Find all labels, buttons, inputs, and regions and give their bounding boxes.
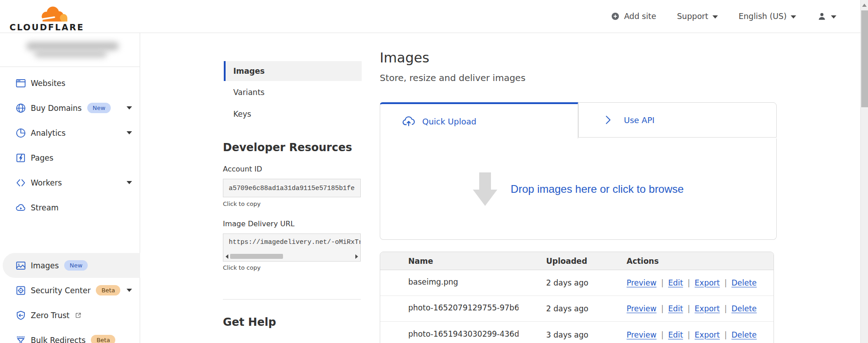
sidebar-item-workers[interactable]: Workers [0, 170, 140, 195]
divider [223, 299, 361, 300]
uploaded-time: 2 days ago [546, 304, 627, 313]
image-name: photo-1651943030299-436dac28 [408, 329, 519, 338]
delete-link[interactable]: Delete [731, 304, 757, 313]
sidebar-item-stream[interactable]: Stream [0, 195, 140, 220]
row-actions: Preview|Edit|Export|Delete [627, 278, 774, 287]
column-header-actions: Actions [627, 257, 774, 266]
lightning-page-icon [15, 152, 27, 164]
chevron-down-icon [127, 131, 132, 134]
row-actions: Preview|Edit|Export|Delete [627, 304, 774, 313]
export-link[interactable]: Export [695, 304, 720, 313]
plus-circle-icon [611, 12, 620, 21]
export-link[interactable]: Export [695, 330, 720, 339]
chevron-down-icon [127, 181, 132, 184]
sidebar-item-security-center[interactable]: Security Center Beta [0, 278, 140, 303]
globe-icon [15, 102, 27, 114]
image-icon [15, 260, 27, 272]
sidebar-item-websites[interactable]: Websites [0, 71, 140, 95]
edit-link[interactable]: Edit [668, 278, 683, 287]
scroll-left-arrow-icon[interactable] [226, 254, 228, 259]
image-name: photo-1652079129755-97b606e1 [408, 303, 519, 312]
sidebar-item-images[interactable]: Images New [3, 253, 140, 278]
account-id-copy-hint[interactable]: Click to copy [223, 200, 260, 207]
cloudflare-logo[interactable]: CLOUDFLARE [9, 3, 73, 32]
sidebar-item-pages[interactable]: Pages [0, 145, 140, 170]
table-row: baseimg.png 2 days ago Preview|Edit|Expo… [380, 270, 774, 296]
uploaded-time: 2 days ago [546, 278, 627, 287]
scroll-up-arrow-icon[interactable] [862, 4, 867, 7]
table-row: photo-1652079129755-97b606e1 2 days ago … [380, 296, 774, 322]
account-name-blurred[interactable] [0, 33, 140, 67]
sidebar-item-zero-trust[interactable]: Zero Trust [0, 303, 140, 328]
blurred-text [34, 50, 107, 57]
blurred-text [26, 42, 119, 50]
new-badge: New [64, 260, 88, 271]
horizontal-scrollbar[interactable] [223, 253, 360, 260]
external-link-icon [75, 312, 82, 319]
chevron-right-icon [602, 114, 614, 126]
export-link[interactable]: Export [695, 278, 720, 287]
account-id-value: a5709e6c88ad1a31da9115e57185b1fe [229, 185, 354, 192]
preview-link[interactable]: Preview [627, 304, 656, 313]
add-site-button[interactable]: Add site [611, 12, 656, 21]
support-menu[interactable]: Support [677, 12, 717, 21]
uploaded-time: 3 days ago [546, 330, 627, 339]
preview-link[interactable]: Preview [627, 278, 656, 287]
scroll-right-arrow-icon[interactable] [355, 254, 358, 259]
account-id-field[interactable]: a5709e6c88ad1a31da9115e57185b1fe [223, 179, 361, 197]
image-name: baseimg.png [408, 277, 458, 286]
cloud-upload-icon [402, 114, 415, 128]
support-label: Support [677, 12, 708, 21]
header-nav: Add site Support English (US) [611, 0, 836, 33]
subnav-item-images[interactable]: Images [224, 61, 362, 81]
chevron-down-icon [831, 15, 836, 19]
divider [0, 67, 140, 67]
image-dropzone[interactable]: Drop images here or click to browse [380, 138, 777, 240]
get-help-heading: Get Help [223, 316, 276, 329]
images-table: Name Uploaded Actions baseimg.png 2 days… [380, 252, 774, 343]
sidebar-item-bulk-redirects[interactable]: Bulk Redirects Beta [0, 328, 140, 343]
account-id-label: Account ID [223, 165, 262, 173]
vertical-scrollbar-thumb[interactable] [861, 10, 868, 107]
subnav-item-variants[interactable]: Variants [224, 82, 362, 102]
delivery-url-copy-hint[interactable]: Click to copy [223, 264, 260, 271]
cloudflare-dashboard: CLOUDFLARE Add site Support English (US) [0, 0, 868, 343]
funnel-icon [15, 334, 27, 343]
tab-quick-upload[interactable]: Quick Upload [380, 102, 578, 138]
beta-badge: Beta [91, 335, 115, 343]
new-badge: New [87, 103, 111, 113]
cloud-play-icon [15, 202, 27, 214]
preview-link[interactable]: Preview [627, 330, 656, 339]
dropzone-text: Drop images here or click to browse [511, 183, 684, 195]
sidebar-item-analytics[interactable]: Analytics [0, 120, 140, 145]
pie-chart-icon [15, 127, 27, 139]
horizontal-scrollbar-thumb[interactable] [230, 254, 283, 259]
tab-use-api[interactable]: Use API [578, 102, 777, 138]
subnav-item-keys[interactable]: Keys [224, 104, 362, 124]
add-site-label: Add site [624, 12, 656, 21]
shield-arrow-icon [15, 310, 27, 321]
account-menu[interactable] [817, 11, 836, 21]
language-label: English (US) [739, 12, 787, 21]
delete-link[interactable]: Delete [731, 278, 757, 287]
delivery-url-label: Image Delivery URL [223, 219, 294, 228]
sidebar-item-buy-domains[interactable]: Buy Domains New [0, 95, 140, 120]
row-actions: Preview|Edit|Export|Delete [627, 330, 774, 339]
beta-badge: Beta [96, 285, 120, 295]
delivery-url-value: https://imagedelivery.net/-oMiRxTr [223, 234, 360, 246]
column-header-name: Name [380, 257, 534, 266]
down-arrow-icon [473, 172, 497, 206]
language-menu[interactable]: English (US) [739, 12, 796, 21]
delivery-url-field[interactable]: https://imagedelivery.net/-oMiRxTr [223, 233, 361, 262]
page-title: Images [380, 50, 429, 66]
chevron-down-icon [712, 15, 718, 19]
safe-icon [15, 285, 27, 296]
delete-link[interactable]: Delete [731, 330, 757, 339]
edit-link[interactable]: Edit [668, 330, 683, 339]
edit-link[interactable]: Edit [668, 304, 683, 313]
browser-window-icon [15, 77, 27, 89]
chevron-down-icon [127, 106, 132, 110]
vertical-scrollbar[interactable] [860, 0, 868, 343]
user-icon [817, 11, 827, 21]
developer-resources-heading: Developer Resources [223, 141, 352, 154]
